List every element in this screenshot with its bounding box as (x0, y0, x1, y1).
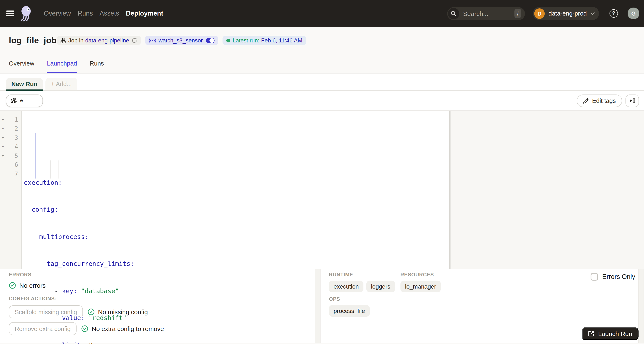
fold-icon[interactable]: ▾ (0, 136, 6, 140)
fold-icon[interactable]: ▾ (0, 154, 6, 158)
check-circle-icon (9, 282, 16, 289)
line-number: 6 (6, 162, 22, 168)
sensor-badge: watch_s3_sensor (145, 36, 218, 45)
page-tabs: Overview Launchpad Runs (0, 54, 644, 73)
launchpad-section: New Run + Add... * (0, 73, 644, 343)
resource-tag[interactable]: io_manager (400, 281, 441, 292)
page-header: log_file_job Job in data-eng-pipeline wa… (0, 27, 644, 54)
line-number: 3 (6, 134, 22, 141)
resources-section: RESOURCES io_manager (400, 272, 441, 292)
op-graph-icon (10, 97, 17, 104)
sensor-icon (149, 38, 156, 43)
header-badges: Job in data-eng-pipeline watch_s3_sensor… (56, 36, 306, 45)
edit-tags-button[interactable]: Edit tags (576, 95, 622, 107)
search-icon (448, 8, 459, 19)
launch-run-button[interactable]: Launch Run (582, 327, 638, 340)
runtime-tag[interactable]: loggers (366, 281, 395, 292)
job-graph-icon (60, 38, 66, 43)
editor-right-pane[interactable] (449, 111, 644, 269)
runtime-tag[interactable]: execution (329, 281, 364, 292)
user-avatar[interactable]: G (628, 7, 639, 19)
line-number: 7 (6, 171, 22, 177)
search-placeholder: Search... (463, 10, 488, 17)
config-tab-add[interactable]: + Add... (46, 78, 77, 90)
search-input[interactable]: Search... / (447, 7, 525, 20)
tab-runs[interactable]: Runs (90, 54, 104, 73)
op-selector-input[interactable]: * (6, 95, 43, 107)
job-badge-prefix: Job in (68, 37, 84, 43)
resources-heading: RESOURCES (400, 272, 441, 278)
runtime-heading: RUNTIME (329, 272, 395, 278)
deployment-initial-badge: D (534, 8, 545, 19)
line-number: 4 (6, 144, 22, 150)
yaml-editor-content[interactable]: execution: config: multiprocess: tag_con… (22, 111, 449, 269)
nav-item-overview[interactable]: Overview (44, 10, 71, 17)
dagster-app: Overview Runs Assets Deployment Search..… (0, 0, 644, 344)
nav-item-assets[interactable]: Assets (100, 10, 119, 17)
line-number: 5 (6, 153, 22, 159)
nav-item-deployment[interactable]: Deployment (126, 10, 163, 17)
help-icon[interactable]: ? (610, 9, 618, 18)
code-line: config: (24, 205, 449, 214)
fold-icon[interactable]: ▾ (0, 118, 6, 122)
ops-heading: OPS (329, 296, 638, 302)
launch-run-label: Launch Run (598, 330, 632, 337)
edit-tags-label: Edit tags (592, 97, 616, 104)
editor-gutter: ▾1 ▾2 ▾3 ▾4 ▾5 6 7 (0, 111, 22, 269)
config-tab-new-run[interactable]: New Run (6, 78, 43, 90)
latest-run-link[interactable]: Feb 6, 11:46 AM (261, 37, 302, 43)
code-line: multiprocess: (24, 232, 449, 241)
code-line: execution: (24, 178, 449, 187)
search-shortcut-key: / (514, 9, 521, 18)
repo-link[interactable]: data-eng-pipeline (85, 37, 129, 43)
deployment-name: data-eng-prod (548, 10, 587, 17)
reload-icon[interactable] (132, 38, 137, 43)
top-nav: Overview Runs Assets Deployment Search..… (0, 0, 644, 27)
op-tag[interactable]: process_file (329, 305, 370, 317)
latest-run-prefix: Latest run: (232, 37, 260, 43)
chevron-down-icon (590, 12, 595, 15)
errors-only-toggle[interactable]: Errors Only (590, 273, 635, 281)
sensor-link[interactable]: watch_s3_sensor (158, 37, 203, 43)
deployment-switcher[interactable]: D data-eng-prod (533, 7, 599, 20)
launchpad-config-tabs: New Run + Add... (0, 73, 644, 91)
sensor-toggle[interactable] (206, 38, 214, 43)
line-number: 1 (6, 116, 22, 123)
op-selector-value: * (20, 100, 23, 104)
scrollbar-gutter (638, 269, 644, 343)
primary-nav: Overview Runs Assets Deployment (44, 10, 163, 17)
run-status-dot (226, 38, 230, 42)
fold-icon[interactable]: ▾ (0, 145, 6, 149)
config-editor: ▾1 ▾2 ▾3 ▾4 ▾5 6 7 execution: config: mu… (0, 111, 644, 269)
ops-section: OPS process_file (329, 296, 638, 317)
toggle-right-panel-button[interactable] (626, 95, 639, 107)
fold-icon[interactable]: ▾ (0, 127, 6, 131)
job-badge: Job in data-eng-pipeline (56, 36, 141, 45)
latest-run-badge: Latest run: Feb 6, 11:46 AM (222, 36, 306, 45)
line-number: 2 (6, 125, 22, 132)
dagster-logo-icon[interactable] (19, 5, 34, 21)
expand-panel-icon (629, 98, 636, 104)
launch-icon (588, 331, 594, 337)
nav-item-runs[interactable]: Runs (78, 10, 93, 17)
errors-only-checkbox[interactable] (590, 273, 598, 281)
tab-launchpad[interactable]: Launchpad (47, 54, 77, 73)
menu-icon[interactable] (6, 10, 14, 16)
runtime-section: RUNTIME execution loggers (329, 272, 395, 292)
errors-only-label: Errors Only (602, 273, 635, 281)
page-title: log_file_job (9, 35, 56, 45)
launchpad-toolbar: * Edit tags (0, 91, 644, 111)
tab-overview[interactable]: Overview (9, 54, 34, 73)
pencil-icon (583, 98, 589, 104)
code-line: tag_concurrency_limits: (24, 260, 449, 269)
